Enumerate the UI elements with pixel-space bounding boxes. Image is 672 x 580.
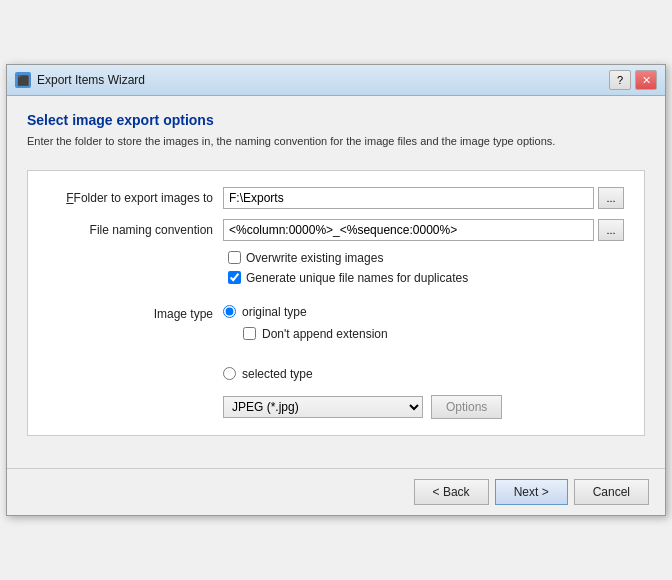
title-bar-controls: ? ✕ <box>609 70 657 90</box>
form-section: FFolder to export images to ... File nam… <box>27 170 645 436</box>
selected-type-block: JPEG (*.jpg) PNG (*.png) BMP (*.bmp) TIF… <box>223 389 502 419</box>
overwrite-row: Overwrite existing images <box>228 251 624 265</box>
naming-input[interactable] <box>223 219 594 241</box>
selected-type-radio[interactable] <box>223 367 236 380</box>
overwrite-label: Overwrite existing images <box>246 251 383 265</box>
folder-input[interactable] <box>223 187 594 209</box>
overwrite-checkbox[interactable] <box>228 251 241 264</box>
wizard-content: Select image export options Enter the fo… <box>7 96 665 467</box>
selected-type-row: selected type <box>223 367 502 381</box>
file-type-select[interactable]: JPEG (*.jpg) PNG (*.png) BMP (*.bmp) TIF… <box>223 396 423 418</box>
back-button[interactable]: < Back <box>414 479 489 505</box>
naming-input-group: ... <box>223 219 624 241</box>
close-button[interactable]: ✕ <box>635 70 657 90</box>
unique-checkbox[interactable] <box>228 271 241 284</box>
dont-append-checkbox[interactable] <box>243 327 256 340</box>
unique-row: Generate unique file names for duplicate… <box>228 271 624 285</box>
radio-options: original type Don't append extension sel… <box>223 305 502 419</box>
next-button[interactable]: Next > <box>495 479 568 505</box>
dont-append-row: Don't append extension <box>243 327 502 341</box>
image-type-row: Image type original type Don't append ex… <box>48 305 624 419</box>
folder-label: FFolder to export images to <box>48 191 223 205</box>
options-button[interactable]: Options <box>431 395 502 419</box>
unique-label: Generate unique file names for duplicate… <box>246 271 468 285</box>
window-title: Export Items Wizard <box>37 73 145 87</box>
folder-browse-button[interactable]: ... <box>598 187 624 209</box>
original-type-row: original type <box>223 305 502 319</box>
selected-type-label: selected type <box>242 367 313 381</box>
wizard-window: ⬛ Export Items Wizard ? ✕ Select image e… <box>6 64 666 515</box>
title-bar: ⬛ Export Items Wizard ? ✕ <box>7 65 665 96</box>
naming-browse-button[interactable]: ... <box>598 219 624 241</box>
folder-input-group: ... <box>223 187 624 209</box>
help-button[interactable]: ? <box>609 70 631 90</box>
cancel-button[interactable]: Cancel <box>574 479 649 505</box>
naming-row: File naming convention ... <box>48 219 624 241</box>
bottom-bar: < Back Next > Cancel <box>7 468 665 515</box>
image-type-label: Image type <box>48 305 223 321</box>
original-type-radio[interactable] <box>223 305 236 318</box>
window-icon: ⬛ <box>15 72 31 88</box>
naming-label: File naming convention <box>48 223 223 237</box>
dont-append-label: Don't append extension <box>262 327 388 341</box>
original-type-label: original type <box>242 305 307 319</box>
title-bar-left: ⬛ Export Items Wizard <box>15 72 145 88</box>
folder-row: FFolder to export images to ... <box>48 187 624 209</box>
type-select-row: JPEG (*.jpg) PNG (*.png) BMP (*.bmp) TIF… <box>223 395 502 419</box>
page-subtitle: Enter the folder to store the images in,… <box>27 134 645 149</box>
page-title: Select image export options <box>27 112 645 128</box>
